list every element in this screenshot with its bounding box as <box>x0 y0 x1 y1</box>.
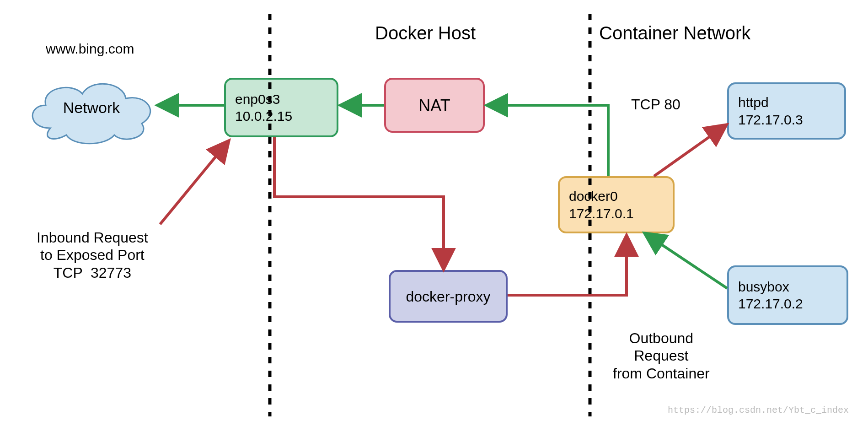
node-docker-proxy: docker-proxy <box>389 270 508 323</box>
node-nat: NAT <box>384 78 485 133</box>
watermark: https://blog.csdn.net/Ybt_c_index <box>668 405 849 416</box>
node-docker0: docker0 172.17.0.1 <box>558 176 675 233</box>
network-cloud: Network <box>23 69 160 146</box>
node-enp0s3-ip: 10.0.2.15 <box>235 108 337 125</box>
arrow-proxy-to-docker0 <box>508 236 627 295</box>
node-docker0-ip: 172.17.0.1 <box>569 205 673 222</box>
title-docker-host: Docker Host <box>375 23 476 43</box>
caption-tcp80: TCP 80 <box>631 96 680 113</box>
diagram-lines <box>0 0 868 421</box>
node-busybox-name: busybox <box>738 278 847 296</box>
node-httpd-name: httpd <box>738 94 844 111</box>
arrow-enp0s3-to-proxy <box>274 137 444 269</box>
caption-inbound: Inbound Request to Exposed Port TCP 3277… <box>37 229 148 281</box>
node-busybox-ip: 172.17.0.2 <box>738 295 847 313</box>
title-container-network: Container Network <box>599 23 750 43</box>
caption-outbound: Outbound Request from Container <box>613 329 710 382</box>
node-nat-name: NAT <box>418 95 450 116</box>
node-docker-proxy-name: docker-proxy <box>406 287 491 306</box>
arrow-docker0-to-nat <box>487 105 608 176</box>
node-enp0s3-name: enp0s3 <box>235 91 337 108</box>
node-httpd: httpd 172.17.0.3 <box>727 82 846 140</box>
node-httpd-ip: 172.17.0.3 <box>738 111 844 129</box>
node-docker0-name: docker0 <box>569 188 673 205</box>
node-enp0s3: enp0s3 10.0.2.15 <box>224 78 338 137</box>
arrow-inbound-to-enp0s3 <box>160 141 229 224</box>
cloud-label: Network <box>23 99 160 117</box>
arrow-docker0-to-httpd <box>654 125 726 176</box>
node-busybox: busybox 172.17.0.2 <box>727 265 848 325</box>
arrow-busybox-to-docker0 <box>645 233 727 288</box>
external-url-label: www.bing.com <box>46 41 134 57</box>
